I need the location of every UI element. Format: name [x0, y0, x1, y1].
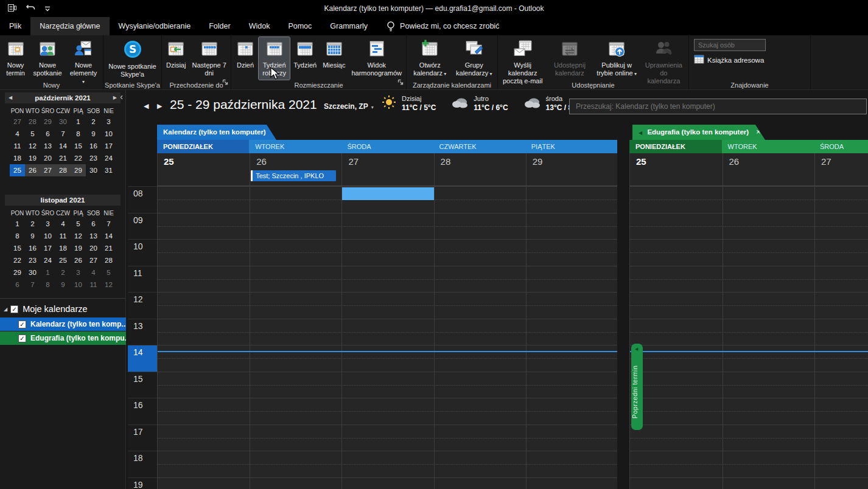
previous-appointment-button[interactable]: ◀Poprzedni termin [631, 344, 643, 430]
mini-day-cell[interactable]: 23 [86, 152, 101, 164]
mini-day-cell[interactable]: 21 [101, 242, 116, 254]
tab-grammarly[interactable]: Grammarly [321, 17, 377, 35]
event-item[interactable]: Test; Szczecin , IPKLO [251, 170, 336, 181]
mini-day-cell[interactable]: 26 [25, 164, 40, 176]
mini-day-cell[interactable]: 1 [10, 218, 25, 230]
mini-day-cell[interactable]: 29 [40, 116, 55, 128]
mini-day-cell[interactable]: 3 [71, 266, 86, 279]
day-header-wtorek[interactable]: WTOREK [722, 140, 814, 153]
day-header-środa[interactable]: ŚRODA [341, 140, 433, 153]
month-view-button[interactable]: Miesiąc [320, 37, 348, 80]
mini-day-cell[interactable]: 6 [40, 128, 55, 140]
mini-day-cell[interactable]: 22 [71, 152, 86, 164]
mini-day-cell[interactable]: 27 [40, 164, 55, 176]
tell-me[interactable]: Powiedz mi, co chcesz zrobić [387, 17, 499, 35]
mini-day-cell[interactable]: 28 [101, 254, 116, 266]
mini-day-cell[interactable]: 2 [86, 116, 101, 128]
mini-day-cell[interactable]: 19 [71, 242, 86, 254]
mini-day-cell[interactable]: 10 [71, 279, 86, 291]
selected-time-slot[interactable] [342, 187, 433, 200]
mini-day-cell[interactable]: 13 [86, 230, 101, 242]
next-7-days-button[interactable]: Następne 7 dni [189, 37, 229, 80]
date-cell[interactable]: 27 [814, 153, 868, 186]
day-header-poniedziałek[interactable]: PONIEDZIAŁEK [629, 140, 722, 153]
mini-day-cell[interactable]: 4 [10, 128, 25, 140]
mini-day-cell[interactable]: 24 [101, 152, 116, 164]
mini-day-cell[interactable]: 18 [10, 152, 25, 164]
my-calendars-checkbox[interactable]: ✓ [10, 305, 18, 313]
mini-day-cell[interactable]: 20 [86, 242, 101, 254]
new-items-button[interactable]: Nowe elementy ▾ [66, 37, 101, 80]
mini-day-cell[interactable]: 3 [40, 218, 55, 230]
date-cell[interactable]: 26 [723, 153, 815, 186]
mini-day-cell[interactable]: 21 [55, 152, 71, 164]
mini-day-cell[interactable]: 22 [10, 254, 25, 266]
calendar-checkbox[interactable]: ✓ [18, 321, 26, 328]
mini-day-cell[interactable]: 10 [40, 230, 55, 242]
mini-day-cell[interactable]: 12 [101, 279, 116, 291]
calendar-list-item-kalendarz[interactable]: ✓Kalendarz (tylko ten komp... [0, 317, 126, 331]
close-icon[interactable]: × [273, 128, 278, 136]
mini-day-cell[interactable]: 9 [55, 279, 71, 291]
day-header-wtorek[interactable]: WTOREK [249, 140, 341, 153]
mini-day-cell[interactable]: 3 [101, 116, 116, 128]
mini-day-cell[interactable]: 11 [55, 230, 71, 242]
mini-day-cell[interactable]: 17 [40, 242, 55, 254]
mini-day-cell[interactable]: 7 [101, 218, 116, 230]
mini-day-cell[interactable]: 5 [25, 128, 40, 140]
next-month-arrow[interactable]: ▶ [113, 92, 117, 103]
email-calendar-button[interactable]: Wyślij kalendarz pocztą e-mail [500, 37, 545, 80]
new-appointment-button[interactable]: Nowy termin [2, 37, 29, 80]
mini-day-cell[interactable]: 6 [10, 279, 25, 291]
new-meeting-button[interactable]: Nowe spotkanie [30, 37, 65, 80]
mini-day-cell[interactable]: 30 [55, 116, 71, 128]
mini-day-cell[interactable]: 8 [10, 230, 25, 242]
mini-day-cell[interactable]: 28 [25, 116, 40, 128]
mini-day-cell[interactable]: 1 [40, 266, 55, 279]
calendar-tab-kalendarz[interactable]: Kalendarz (tylko ten komputer)× [157, 125, 276, 140]
mini-day-cell[interactable]: 30 [25, 266, 40, 279]
mini-day-cell[interactable]: 29 [71, 164, 86, 176]
calendar-grid[interactable] [157, 186, 617, 489]
overlay-arrow-icon[interactable]: ◀ [639, 130, 643, 136]
prev-month-arrow[interactable]: ◀ [9, 92, 12, 103]
date-cell[interactable]: 27 [341, 153, 433, 186]
mini-day-cell[interactable]: 8 [40, 279, 55, 291]
close-icon[interactable]: × [756, 128, 760, 136]
address-book-button[interactable]: Książka adresowa [694, 55, 805, 65]
date-cell[interactable]: 25 [158, 153, 250, 186]
tab-narzedzia-glowne[interactable]: Narzędzia główne [30, 17, 109, 35]
date-cell[interactable]: 28 [434, 153, 526, 186]
mini-day-cell[interactable]: 16 [86, 140, 101, 152]
today-button[interactable]: Dzisiaj [164, 37, 188, 80]
mini-day-cell[interactable]: 9 [86, 128, 101, 140]
mini-day-cell[interactable]: 26 [71, 254, 86, 266]
mini-day-cell[interactable]: 9 [25, 230, 40, 242]
mini-day-cell[interactable]: 27 [10, 116, 25, 128]
mini-day-cell[interactable]: 27 [86, 254, 101, 266]
mini-day-cell[interactable]: 16 [25, 242, 40, 254]
mini-day-cell[interactable]: 20 [40, 152, 55, 164]
tab-wysylanie-odbieranie[interactable]: Wysyłanie/odbieranie [110, 17, 200, 35]
calendar-tab-edugrafia[interactable]: ◀ Edugrafia (tylko ten komputer)× [632, 125, 765, 140]
mini-day-cell[interactable]: 17 [101, 140, 116, 152]
date-cell[interactable]: 29 [526, 153, 617, 186]
mini-day-cell[interactable]: 11 [86, 279, 101, 291]
mini-day-cell[interactable]: 7 [25, 279, 40, 291]
mini-day-cell[interactable]: 30 [86, 164, 101, 176]
mini-day-cell[interactable]: 15 [71, 140, 86, 152]
mini-day-cell[interactable]: 2 [55, 266, 71, 279]
tab-widok[interactable]: Widok [240, 17, 279, 35]
day-view-button[interactable]: Dzień [233, 37, 257, 80]
expand-triangle-icon[interactable]: ◢ [4, 307, 7, 312]
calendar-groups-button[interactable]: Grupy kalendarzy ▾ [453, 37, 496, 80]
mini-day-cell[interactable]: 11 [10, 140, 25, 152]
mini-day-cell[interactable]: 13 [40, 140, 55, 152]
mini-day-cell[interactable]: 19 [25, 152, 40, 164]
dialog-launcher-icon[interactable] [397, 77, 404, 88]
prev-week-arrow[interactable]: ◀ [144, 102, 149, 110]
mini-day-cell[interactable]: 6 [86, 218, 101, 230]
mini-day-cell[interactable]: 8 [71, 128, 86, 140]
day-header-piątek[interactable]: PIĄTEK [525, 140, 617, 153]
calendar-grid[interactable]: ◀Poprzedni termin [629, 186, 868, 489]
